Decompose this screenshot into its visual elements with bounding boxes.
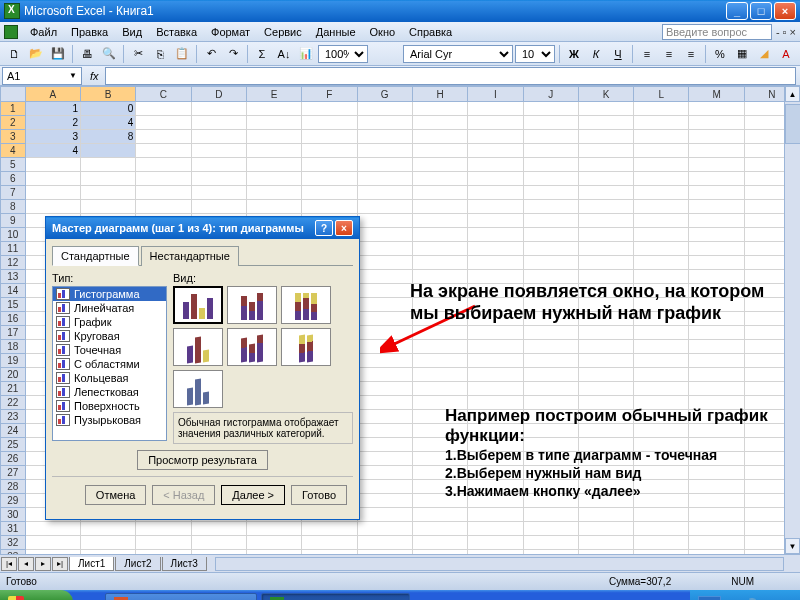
cell[interactable]	[81, 144, 136, 158]
cell[interactable]	[302, 186, 357, 200]
cell[interactable]	[468, 116, 523, 130]
font-select[interactable]: Arial Cyr	[403, 45, 513, 63]
fillcolor-button[interactable]: ◢	[754, 44, 774, 64]
cell[interactable]	[468, 536, 523, 550]
column-header[interactable]: B	[81, 86, 136, 102]
cell[interactable]	[136, 144, 191, 158]
cell[interactable]	[358, 494, 413, 508]
chart-type-item[interactable]: Кольцевая	[53, 371, 166, 385]
cell[interactable]	[689, 228, 744, 242]
cancel-button[interactable]: Отмена	[85, 485, 146, 505]
chart-type-item[interactable]: С областями	[53, 357, 166, 371]
cell[interactable]	[468, 144, 523, 158]
cell[interactable]	[689, 340, 744, 354]
cell[interactable]	[413, 172, 468, 186]
column-header[interactable]: D	[192, 86, 247, 102]
row-header[interactable]: 24	[0, 424, 26, 438]
cell[interactable]	[358, 116, 413, 130]
cell[interactable]	[358, 186, 413, 200]
cell[interactable]	[579, 200, 634, 214]
cell[interactable]	[579, 144, 634, 158]
row-header[interactable]: 26	[0, 452, 26, 466]
row-header[interactable]: 9	[0, 214, 26, 228]
cell[interactable]	[413, 382, 468, 396]
cell[interactable]	[524, 242, 579, 256]
row-header[interactable]: 15	[0, 298, 26, 312]
cell[interactable]	[689, 102, 744, 116]
cell[interactable]	[634, 326, 689, 340]
cell[interactable]	[81, 200, 136, 214]
cell[interactable]	[689, 536, 744, 550]
menu-format[interactable]: Формат	[205, 24, 256, 40]
chart-type-item[interactable]: Поверхность	[53, 399, 166, 413]
cell[interactable]	[136, 116, 191, 130]
cell[interactable]	[689, 326, 744, 340]
cell[interactable]	[136, 522, 191, 536]
taskbar-powerpoint[interactable]: Microsoft PowerPoint ...	[105, 593, 257, 600]
cell[interactable]	[302, 144, 357, 158]
cell[interactable]	[524, 256, 579, 270]
cell[interactable]	[413, 158, 468, 172]
cell[interactable]	[634, 158, 689, 172]
cell[interactable]	[524, 508, 579, 522]
chart-subtype-2[interactable]	[227, 286, 277, 324]
row-header[interactable]: 20	[0, 368, 26, 382]
cell[interactable]	[247, 116, 302, 130]
cell[interactable]	[579, 130, 634, 144]
cell[interactable]	[689, 522, 744, 536]
formula-input[interactable]	[105, 67, 796, 85]
preview-result-button[interactable]: Просмотр результата	[137, 450, 268, 470]
zoom-select[interactable]: 100%	[318, 45, 368, 63]
cell[interactable]	[358, 536, 413, 550]
cell[interactable]	[468, 382, 523, 396]
cell[interactable]	[302, 200, 357, 214]
cell[interactable]	[579, 368, 634, 382]
cell[interactable]	[468, 214, 523, 228]
cell[interactable]	[689, 158, 744, 172]
cell[interactable]	[634, 536, 689, 550]
cell[interactable]	[634, 382, 689, 396]
cell[interactable]: 8	[81, 130, 136, 144]
cell[interactable]	[634, 130, 689, 144]
cell[interactable]	[634, 256, 689, 270]
chart-type-item[interactable]: Круговая	[53, 329, 166, 343]
cell[interactable]	[689, 186, 744, 200]
column-header[interactable]: K	[579, 86, 634, 102]
cell[interactable]	[136, 536, 191, 550]
start-button[interactable]: пуск	[0, 590, 73, 600]
cell[interactable]	[358, 228, 413, 242]
cell[interactable]	[358, 256, 413, 270]
cell[interactable]	[634, 116, 689, 130]
chart-type-list[interactable]: ГистограммаЛинейчатаяГрафикКруговаяТочеч…	[52, 286, 167, 441]
cell[interactable]	[634, 340, 689, 354]
cell[interactable]	[579, 186, 634, 200]
row-header[interactable]: 19	[0, 354, 26, 368]
cell[interactable]	[81, 158, 136, 172]
row-header[interactable]: 11	[0, 242, 26, 256]
cell[interactable]	[413, 508, 468, 522]
row-header[interactable]: 5	[0, 158, 26, 172]
finish-button[interactable]: Готово	[291, 485, 347, 505]
cell[interactable]: 3	[26, 130, 81, 144]
cell[interactable]	[634, 522, 689, 536]
cell[interactable]	[524, 186, 579, 200]
cell[interactable]	[413, 368, 468, 382]
cell[interactable]	[358, 144, 413, 158]
row-header[interactable]: 27	[0, 466, 26, 480]
cell[interactable]	[413, 228, 468, 242]
cell[interactable]	[358, 368, 413, 382]
cell[interactable]	[524, 130, 579, 144]
bold-button[interactable]: Ж	[564, 44, 584, 64]
row-header[interactable]: 21	[0, 382, 26, 396]
scroll-down-button[interactable]: ▼	[785, 538, 800, 554]
cell[interactable]	[302, 536, 357, 550]
sheet-nav-next[interactable]: ▸	[35, 557, 51, 571]
cell[interactable]	[302, 116, 357, 130]
cell[interactable]	[413, 102, 468, 116]
column-header[interactable]: A	[26, 86, 81, 102]
dialog-help-button[interactable]: ?	[315, 220, 333, 236]
cell[interactable]	[358, 438, 413, 452]
cell[interactable]	[413, 130, 468, 144]
cell[interactable]	[524, 172, 579, 186]
cell[interactable]	[358, 158, 413, 172]
